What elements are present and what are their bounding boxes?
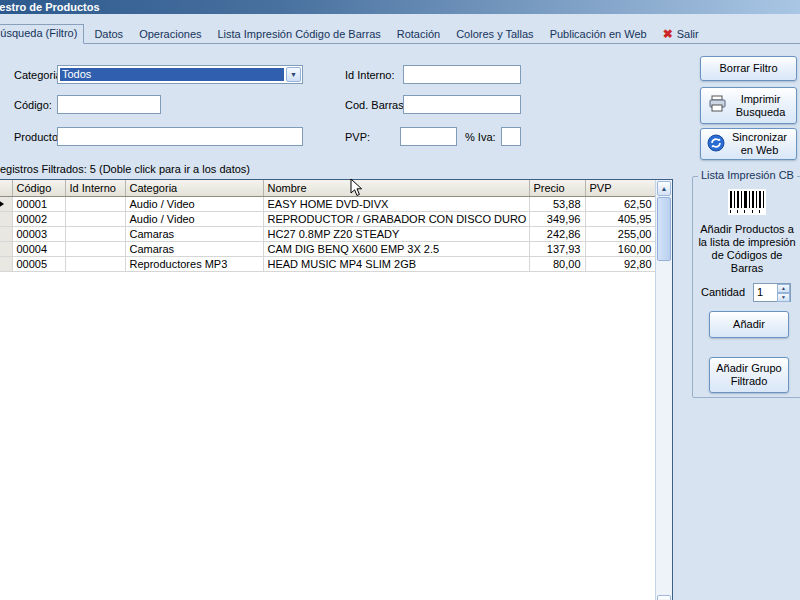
iva-input[interactable]: [501, 127, 521, 146]
tab-datos[interactable]: Datos: [88, 26, 129, 43]
table-row[interactable]: 00002 Audio / Video REPRODUCTOR / GRABAD…: [0, 212, 656, 227]
borrar-filtro-button[interactable]: Borrar Filtro: [700, 56, 797, 81]
spin-down-icon[interactable]: ▼: [777, 293, 790, 302]
sync-web-icon: [707, 134, 725, 155]
producto-input[interactable]: [57, 127, 303, 146]
tab-lista-impresion-cb[interactable]: Lista Impresión Código de Barras: [212, 26, 387, 43]
cantidad-label: Cantidad: [701, 286, 745, 298]
table-row[interactable]: 00004 Camaras CAM DIG BENQ X600 EMP 3X 2…: [0, 242, 656, 257]
mouse-cursor: [350, 178, 364, 200]
pvp-input[interactable]: [400, 127, 457, 146]
panel-description: Añadir Productos a la lista de impresión…: [696, 223, 798, 275]
codigo-input[interactable]: [57, 95, 161, 114]
window-title: Maestro de Productos: [0, 0, 100, 14]
id-interno-label: Id Interno:: [345, 69, 395, 81]
tab-bar: Búsqueda (Filtro) Datos Operaciones List…: [0, 24, 800, 44]
imprimir-busqueda-button[interactable]: Imprimir Busqueda: [700, 87, 797, 124]
table-row[interactable]: 00005 Reproductores MP3 HEAD MUSIC MP4 S…: [0, 257, 656, 272]
lista-impresion-cb-panel: Lista Impresión CB Añadir Productos a la…: [692, 176, 800, 398]
printer-icon: [708, 95, 728, 116]
tab-rotacion[interactable]: Rotación: [391, 26, 446, 43]
tab-publicacion-web[interactable]: Publicación en Web: [544, 26, 653, 43]
spin-up-icon[interactable]: ▲: [777, 284, 790, 293]
producto-label: Producto:: [14, 131, 61, 143]
column-header-precio[interactable]: Precio: [529, 180, 585, 197]
cantidad-stepper[interactable]: 1 ▲ ▼: [753, 283, 791, 302]
results-grid: Código Id Interno Categoria Nombre Preci…: [0, 179, 673, 600]
column-header-codigo[interactable]: Código: [12, 180, 65, 197]
tab-colores-tallas[interactable]: Colores y Tallas: [450, 26, 539, 43]
table-row[interactable]: 00001 Audio / Video EASY HOME DVD-DIVX 5…: [0, 197, 656, 212]
table-row[interactable]: 00003 Camaras HC27 0.8MP Z20 STEADY 242,…: [0, 227, 656, 242]
pvp-label: PVP:: [345, 131, 370, 143]
scroll-down-icon[interactable]: ▼: [657, 595, 671, 600]
column-header-nombre[interactable]: Nombre: [263, 180, 529, 197]
row-indicator-header: [0, 180, 12, 197]
anadir-button[interactable]: Añadir: [709, 311, 789, 338]
sincronizar-web-button[interactable]: Sincronizar en Web: [700, 128, 797, 160]
scrollbar-thumb[interactable]: [657, 197, 671, 261]
column-header-categoria[interactable]: Categoria: [125, 180, 263, 197]
vertical-scrollbar[interactable]: ▲ ▼: [655, 180, 672, 600]
barcode-icon: [728, 189, 766, 217]
filtered-records-summary: Registros Filtrados: 5 (Doble click para…: [0, 163, 250, 175]
column-header-id-interno[interactable]: Id Interno: [65, 180, 125, 197]
tab-busqueda-filtro[interactable]: Búsqueda (Filtro): [0, 24, 84, 44]
red-x-icon: ✖: [663, 27, 673, 41]
codigo-label: Código:: [14, 99, 52, 111]
panel-title: Lista Impresión CB: [698, 169, 797, 181]
tab-salir[interactable]: ✖Salir: [657, 26, 705, 43]
iva-label: % Iva:: [465, 131, 496, 143]
categoria-selected-value: Todos: [60, 68, 284, 81]
current-row-marker: [0, 197, 12, 212]
categoria-select[interactable]: Todos ▼: [57, 65, 303, 84]
anadir-grupo-filtrado-button[interactable]: Añadir Grupo Filtrado: [709, 357, 789, 393]
cantidad-value: 1: [757, 286, 763, 298]
tab-operaciones[interactable]: Operaciones: [133, 26, 207, 43]
column-header-pvp[interactable]: PVP: [585, 180, 656, 197]
scroll-up-icon[interactable]: ▲: [657, 181, 671, 196]
id-interno-input[interactable]: [403, 65, 521, 84]
header-row: Código Id Interno Categoria Nombre Preci…: [0, 180, 656, 197]
cod-barras-label: Cod. Barras:: [345, 99, 407, 111]
title-bar: Maestro de Productos: [0, 0, 800, 14]
chevron-down-icon[interactable]: ▼: [286, 67, 301, 82]
cod-barras-input[interactable]: [403, 95, 521, 114]
